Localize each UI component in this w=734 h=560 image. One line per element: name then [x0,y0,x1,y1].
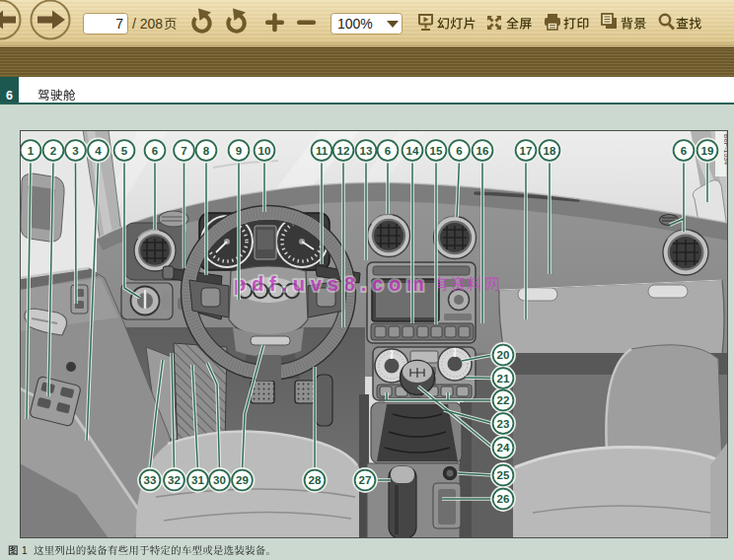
svg-text:6: 6 [456,145,462,157]
svg-text:6: 6 [681,145,687,157]
svg-text:7: 7 [181,145,186,157]
svg-text:13: 13 [360,145,373,157]
svg-text:22: 22 [497,394,510,406]
svg-text:2: 2 [50,145,56,157]
svg-text:5: 5 [121,145,128,157]
svg-text:23: 23 [497,418,510,430]
svg-text:1: 1 [22,545,28,556]
svg-text:3: 3 [72,145,78,157]
svg-text:pdf.uvs8.com: pdf.uvs8.com [234,273,430,295]
svg-text:32: 32 [168,474,181,486]
svg-text:20: 20 [497,349,510,361]
svg-text:33: 33 [144,474,157,486]
svg-text:6: 6 [152,145,158,157]
svg-text:4: 4 [95,145,102,157]
svg-text:21: 21 [497,373,510,385]
svg-text:6: 6 [385,145,391,157]
svg-text:25: 25 [497,469,510,481]
svg-text:27: 27 [359,474,372,486]
svg-text:17: 17 [520,145,533,157]
svg-text:26: 26 [497,493,510,505]
svg-text:1: 1 [28,145,35,157]
svg-text:30: 30 [213,474,226,486]
svg-text:31: 31 [191,474,204,486]
svg-text:100%: 100% [337,16,373,32]
svg-text:11: 11 [316,145,329,157]
svg-text:6: 6 [6,89,13,103]
svg-text:16: 16 [477,145,489,157]
svg-text:7: 7 [115,16,123,32]
svg-text:28: 28 [309,474,322,486]
svg-text:/ 208: / 208 [132,16,163,32]
svg-text:15: 15 [430,145,443,157]
svg-text:8: 8 [203,145,210,157]
svg-text:12: 12 [337,145,350,157]
svg-text:29: 29 [236,474,249,486]
svg-text:19: 19 [701,145,714,157]
svg-text:9: 9 [236,145,242,157]
svg-text:14: 14 [406,145,419,157]
svg-text:10: 10 [258,145,271,157]
svg-text:18: 18 [544,145,556,157]
svg-text:24: 24 [497,442,510,454]
